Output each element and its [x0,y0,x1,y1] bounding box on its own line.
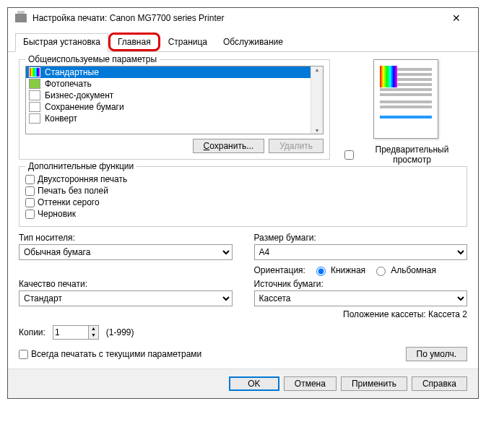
landscape-radio-row[interactable]: Альбомная [373,264,436,276]
profile-label: Бизнес-документ [45,90,113,100]
tab-quick-setup[interactable]: Быстрая установка [15,33,108,52]
functions-label: Дополнительные функции [25,161,136,171]
print-settings-dialog: Настройка печати: Canon MG7700 series Pr… [7,7,479,399]
profile-item-photo[interactable]: Фотопечать [26,78,323,90]
dialog-footer: OK Отмена Применить Справка [8,369,478,398]
delete-profile-button: Удалить [269,139,324,153]
portrait-label: Книжная [331,265,365,275]
scrollbar[interactable] [311,66,323,134]
window-title: Настройка печати: Canon MG7700 series Pr… [32,13,442,23]
cancel-button[interactable]: Отмена [284,376,337,391]
profile-label: Фотопечать [45,79,92,89]
always-print-row[interactable]: Всегда печатать с текущими параметрами [19,349,201,359]
borderless-checkbox[interactable] [25,186,35,196]
quality-select[interactable]: Стандарт [19,290,233,306]
landscape-label: Альбомная [391,265,436,275]
duplex-label: Двухсторонняя печать [38,174,127,184]
profile-label: Сохранение бумаги [45,102,124,112]
copies-input[interactable] [53,325,89,340]
copies-spinner[interactable]: ▲▼ [53,325,99,340]
titlebar: Настройка печати: Canon MG7700 series Pr… [8,8,478,28]
profile-item-standard[interactable]: Стандартные [26,66,323,78]
profiles-listbox[interactable]: Стандартные Фотопечать Бизнес-документ [25,66,324,134]
grayscale-label: Оттенки серого [38,197,100,207]
profile-label: Стандартные [45,67,99,77]
profiles-group: Общеиспользуемые параметры Стандартные Ф… [19,59,330,160]
copies-range: (1-999) [106,327,134,337]
apply-button[interactable]: Применить [341,376,407,391]
draft-row[interactable]: Черновик [25,209,461,219]
portrait-radio[interactable] [316,267,326,276]
copies-down[interactable]: ▼ [89,332,98,339]
preview-checkbox-row[interactable]: Предварительный просмотр [344,145,467,165]
ok-button[interactable]: OK [229,376,279,391]
tab-main[interactable]: Главная [108,33,160,51]
tab-service[interactable]: Обслуживание [215,33,291,52]
functions-group: Дополнительные функции Двухсторонняя печ… [19,166,467,227]
tab-page[interactable]: Страница [160,33,215,52]
copies-label: Копии: [19,327,45,337]
grayscale-row[interactable]: Оттенки серого [25,197,461,207]
photo-icon [29,79,40,89]
envelope-icon [29,113,40,124]
save-profile-button[interactable]: Сохранить... [193,139,265,153]
always-print-checkbox[interactable] [19,350,28,359]
media-type-select[interactable]: Обычная бумага [19,244,233,260]
media-type-label: Тип носителя: [19,233,233,243]
tab-bar: Быстрая установка Главная Страница Обслу… [8,33,478,52]
close-button[interactable]: ✕ [442,12,471,24]
paper-size-select[interactable]: A4 [254,244,468,260]
duplex-row[interactable]: Двухсторонняя печать [25,174,461,184]
standard-icon [29,67,40,77]
document-icon [29,90,40,100]
paper-source-label: Источник бумаги: [254,279,468,289]
profile-item-business[interactable]: Бизнес-документ [26,90,323,101]
quality-label: Качество печати: [19,279,233,289]
draft-label: Черновик [38,209,76,219]
cassette-info: Положение кассеты: Кассета 2 [254,309,468,319]
page-preview [373,59,438,139]
help-button[interactable]: Справка [412,376,467,391]
profiles-label: Общеиспользуемые параметры [25,54,160,64]
orientation-label: Ориентация: [254,265,305,275]
profile-item-papersave[interactable]: Сохранение бумаги [26,101,323,113]
defaults-button[interactable]: По умолч. [406,347,467,361]
paper-size-label: Размер бумаги: [254,233,468,243]
borderless-row[interactable]: Печать без полей [25,186,461,196]
copies-up[interactable]: ▲ [89,326,98,332]
grayscale-checkbox[interactable] [25,198,35,207]
landscape-radio[interactable] [376,267,386,276]
preview-checkbox-label: Предварительный просмотр [357,145,467,165]
profile-label: Конверт [45,113,77,124]
paper-source-select[interactable]: Кассета [254,290,468,306]
printer-icon [15,14,27,22]
profile-item-envelope[interactable]: Конверт [26,113,323,124]
draft-checkbox[interactable] [25,210,35,219]
duplex-checkbox[interactable] [25,175,35,184]
preview-checkbox[interactable] [344,150,354,160]
papersave-icon [29,102,40,112]
borderless-label: Печать без полей [38,186,108,196]
portrait-radio-row[interactable]: Книжная [313,264,365,276]
always-print-label: Всегда печатать с текущими параметрами [31,349,201,359]
